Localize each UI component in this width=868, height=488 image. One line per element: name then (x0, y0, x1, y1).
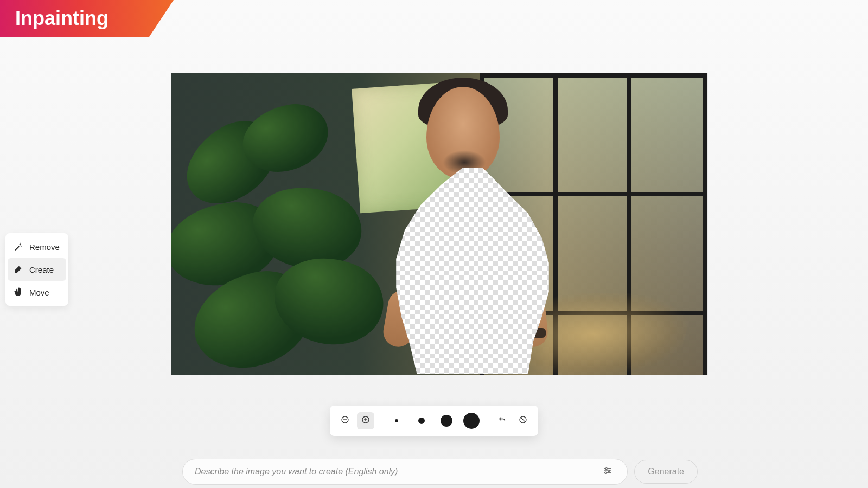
tool-remove-label: Remove (29, 242, 60, 252)
svg-line-6 (521, 418, 525, 422)
prompt-field-wrap (182, 459, 628, 485)
svg-point-10 (608, 470, 610, 472)
hand-icon (13, 287, 23, 297)
tool-move-label: Move (29, 288, 49, 297)
brush-toolbar (330, 406, 538, 436)
tools-panel: Remove Create Move (5, 233, 68, 306)
page-title: Inpainting (15, 7, 108, 30)
tool-remove[interactable]: Remove (8, 235, 66, 258)
tool-create-label: Create (29, 265, 54, 274)
undo-icon (497, 415, 507, 427)
generate-button[interactable]: Generate (634, 460, 698, 484)
brush-size-xs[interactable] (386, 410, 407, 432)
separator (488, 413, 488, 428)
header-ribbon: Inpainting (0, 0, 130, 37)
brush-size-l[interactable] (461, 410, 482, 432)
no-symbol-icon (518, 415, 528, 427)
brush-size-m[interactable] (436, 410, 457, 432)
zoom-out-button[interactable] (336, 412, 354, 429)
prompt-bar: Generate (182, 459, 698, 485)
clear-mask-button[interactable] (514, 412, 532, 429)
tool-create[interactable]: Create (8, 258, 66, 281)
plus-circle-icon (361, 415, 371, 427)
dot-icon (441, 415, 452, 427)
dot-icon (418, 418, 425, 424)
brush-size-s[interactable] (411, 410, 432, 432)
undo-button[interactable] (494, 412, 511, 429)
prompt-settings-button[interactable] (600, 464, 615, 479)
prompt-input[interactable] (195, 467, 600, 477)
transparency-checker (386, 168, 559, 374)
minus-circle-icon (340, 415, 350, 427)
svg-point-8 (606, 468, 608, 470)
canvas-scene-plant (171, 95, 394, 375)
inpaint-mask (386, 168, 559, 374)
wand-sparkle-icon (13, 242, 23, 252)
sliders-icon (603, 466, 612, 478)
separator (380, 413, 380, 428)
dot-icon (395, 419, 398, 422)
editor-canvas[interactable] (171, 73, 707, 375)
brush-icon (13, 265, 23, 274)
zoom-in-button[interactable] (357, 412, 374, 429)
dot-icon (463, 413, 480, 429)
svg-point-12 (605, 472, 607, 473)
tool-move[interactable]: Move (8, 281, 66, 304)
